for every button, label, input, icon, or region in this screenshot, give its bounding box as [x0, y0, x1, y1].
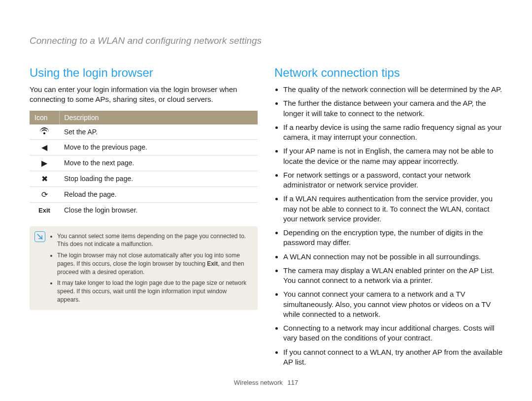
note-box: You cannot select some items depending o… — [30, 226, 258, 310]
table-row: Set the AP. — [30, 124, 258, 140]
tip-item: The camera may display a WLAN enabled pr… — [283, 266, 502, 286]
tip-item: A WLAN connection may not be possible in… — [283, 252, 502, 262]
triangle-left-icon: ◀ — [30, 139, 59, 155]
tip-item: You cannot connect your camera to a netw… — [283, 289, 502, 319]
note-item: It may take longer to load the login pag… — [57, 279, 251, 304]
right-column: Network connection tips The quality of t… — [274, 66, 502, 371]
table-cell-description: Stop loading the page. — [59, 171, 258, 186]
tip-item: Depending on the encryption type, the nu… — [283, 228, 502, 248]
tip-item: For network settings or a password, cont… — [283, 170, 502, 190]
table-row: ✖ Stop loading the page. — [30, 171, 258, 186]
footer-section: Wireless network — [234, 379, 283, 386]
cross-icon: ✖ — [30, 171, 59, 186]
note-icon — [34, 231, 45, 242]
table-cell-description: Close the login browser. — [59, 202, 258, 217]
table-header-description: Description — [59, 111, 258, 124]
section-title-network-tips: Network connection tips — [274, 66, 502, 80]
icon-table: Icon Description Set the AP. ◀ Move to t… — [30, 111, 258, 217]
table-cell-description: Move to the previous page. — [59, 139, 258, 155]
tips-list: The quality of the network connection wi… — [274, 85, 502, 367]
tip-item: If your AP name is not in English, the c… — [283, 146, 502, 166]
login-browser-intro: You can enter your login information via… — [30, 85, 258, 105]
triangle-right-icon: ▶ — [30, 155, 59, 171]
note-item: The login browser may not close automati… — [57, 251, 251, 276]
table-row: ◀ Move to the previous page. — [30, 139, 258, 155]
wifi-icon — [30, 124, 59, 140]
table-cell-description: Set the AP. — [59, 124, 258, 140]
tip-item: The quality of the network connection wi… — [283, 85, 502, 94]
table-cell-description: Reload the page. — [59, 186, 258, 202]
left-column: Using the login browser You can enter yo… — [30, 66, 258, 371]
table-header-icon: Icon — [30, 111, 59, 124]
tip-item: Connecting to a network may incur additi… — [283, 323, 502, 343]
footer-page-number: 117 — [287, 379, 298, 386]
table-row: ▶ Move to the next page. — [30, 155, 258, 171]
tip-item: The further the distance between your ca… — [283, 98, 502, 119]
table-row: ⟳ Reload the page. — [30, 186, 258, 202]
exit-text: Exit — [207, 260, 218, 267]
tip-item: If a WLAN requires authentication from t… — [283, 194, 502, 224]
tip-item: If a nearby device is using the same rad… — [283, 123, 502, 143]
note-item: You cannot select some items depending o… — [57, 232, 251, 249]
table-cell-description: Move to the next page. — [59, 155, 258, 171]
section-title-login-browser: Using the login browser — [30, 66, 258, 80]
exit-label: Exit — [30, 202, 59, 217]
page-footer: Wireless network 117 — [0, 379, 532, 386]
table-row: Exit Close the login browser. — [30, 202, 258, 217]
reload-icon: ⟳ — [30, 186, 59, 202]
page-header: Connecting to a WLAN and configuring net… — [30, 35, 502, 46]
tip-item: If you cannot connect to a WLAN, try ano… — [283, 347, 502, 368]
